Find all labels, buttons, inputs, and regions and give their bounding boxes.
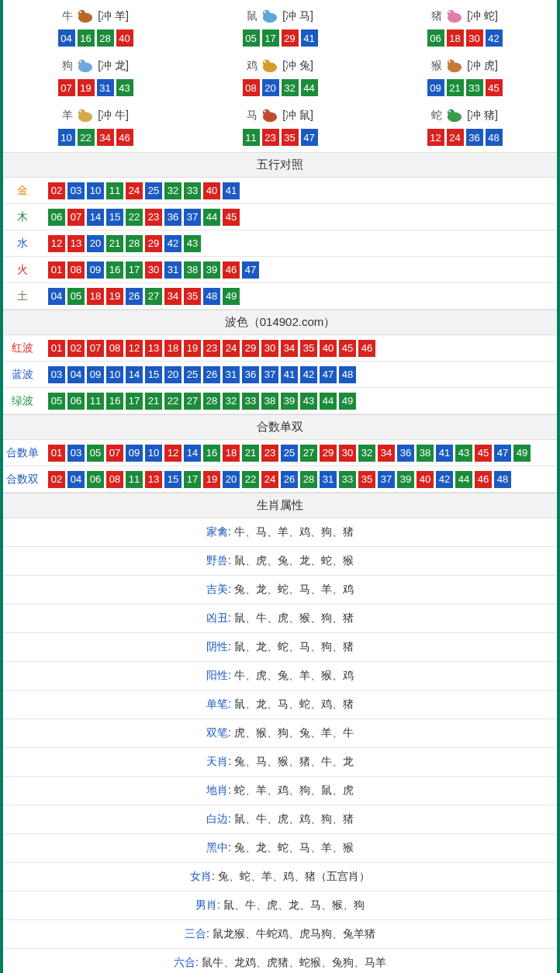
number-ball: 46 <box>116 129 133 146</box>
number-ball: 08 <box>106 471 123 488</box>
zodiac-clash: [冲 鼠] <box>282 109 313 123</box>
number-ball: 17 <box>262 29 279 47</box>
attribute-row: 三合: 鼠龙猴、牛蛇鸡、虎马狗、兔羊猪 <box>3 920 557 949</box>
attr-value: 兔、龙、蛇、马、羊、猴 <box>234 841 354 854</box>
number-ball: 21 <box>447 79 464 96</box>
number-ball: 35 <box>358 471 375 488</box>
svg-point-11 <box>80 61 81 62</box>
number-ball: 43 <box>184 235 201 252</box>
number-ball: 40 <box>203 182 220 199</box>
number-ball: 08 <box>106 340 123 357</box>
number-ball: 03 <box>67 445 85 462</box>
number-ball: 30 <box>466 29 483 47</box>
shengxiao-rows: 家禽: 牛、马、羊、鸡、狗、猪野兽: 鼠、虎、兔、龙、蛇、猴吉美: 兔、龙、蛇、… <box>3 518 557 973</box>
attr-key: 地肖 <box>206 784 228 796</box>
number-ball: 07 <box>87 340 104 357</box>
number-ball: 34 <box>378 445 395 462</box>
number-ball: 20 <box>164 366 181 383</box>
number-ball: 19 <box>184 340 201 357</box>
attribute-row: 白边: 鼠、牛、虎、鸡、狗、猪 <box>3 805 557 834</box>
attr-value: 蛇、羊、鸡、狗、鼠、虎 <box>234 784 354 796</box>
zodiac-icon <box>259 8 281 25</box>
number-ball: 45 <box>486 79 503 96</box>
svg-point-25 <box>448 109 455 116</box>
number-ball: 44 <box>455 471 472 488</box>
row-nums: 0108091617303138394647 <box>42 258 265 282</box>
zodiac-name: 狗 <box>62 59 73 73</box>
attr-key: 阳性 <box>206 669 228 681</box>
number-ball: 33 <box>184 182 201 199</box>
number-ball: 31 <box>320 471 337 488</box>
attr-key: 男肖 <box>195 899 217 911</box>
row-nums: 06071415222336374445 <box>42 205 246 230</box>
zodiac-cell: 猪[冲 蛇]06183042 <box>372 3 557 53</box>
zodiac-name: 马 <box>247 109 258 123</box>
attr-sep: : <box>206 927 213 940</box>
number-ball: 36 <box>242 366 259 383</box>
row-nums: 0204060811131517192022242628313335373940… <box>42 467 517 492</box>
heshu-rows: 合数单0103050709101214161821232527293032343… <box>3 440 557 493</box>
svg-point-5 <box>264 11 266 12</box>
number-ball: 15 <box>164 471 181 488</box>
zodiac-title: 鼠[冲 马] <box>188 8 372 25</box>
number-ball: 07 <box>67 209 85 226</box>
number-ball: 19 <box>106 288 123 305</box>
data-row: 合数双0204060811131517192022242628313335373… <box>3 466 557 493</box>
number-ball: 23 <box>262 129 279 146</box>
zodiac-clash: [冲 蛇] <box>467 9 498 23</box>
number-ball: 38 <box>417 445 434 462</box>
number-ball: 09 <box>126 445 143 462</box>
number-ball: 36 <box>397 445 414 462</box>
attr-key: 天肖 <box>206 755 228 767</box>
zodiac-title: 鸡[冲 兔] <box>188 57 372 74</box>
number-ball: 28 <box>300 471 317 488</box>
number-ball: 16 <box>203 445 220 462</box>
number-ball: 23 <box>261 445 278 462</box>
number-ball: 12 <box>427 129 444 146</box>
number-ball: 38 <box>184 261 201 279</box>
section-header-shengxiao: 生肖属性 <box>3 493 557 518</box>
zodiac-name: 牛 <box>62 9 73 23</box>
number-ball: 22 <box>242 471 259 488</box>
attribute-row: 六合: 鼠牛、龙鸡、虎猪、蛇猴、兔狗、马羊 <box>3 949 557 973</box>
row-nums: 05061116172122272832333839434449 <box>42 389 362 414</box>
number-ball: 45 <box>223 209 240 226</box>
number-ball: 24 <box>261 471 278 488</box>
number-ball: 11 <box>106 182 123 199</box>
number-ball: 22 <box>78 129 95 146</box>
attr-key: 野兽 <box>206 554 228 566</box>
data-row: 红波0102070812131819232429303435404546 <box>3 335 557 362</box>
svg-point-16 <box>448 60 455 67</box>
attribute-row: 地肖: 蛇、羊、鸡、狗、鼠、虎 <box>3 777 557 805</box>
number-ball: 20 <box>223 471 240 488</box>
number-ball: 39 <box>203 261 220 279</box>
number-ball: 21 <box>145 393 162 410</box>
number-ball: 31 <box>97 79 114 96</box>
number-ball: 14 <box>87 209 104 226</box>
number-ball: 18 <box>447 29 464 47</box>
number-ball: 16 <box>106 393 123 410</box>
data-row: 水1213202128294243 <box>3 230 557 257</box>
attr-sep: : <box>228 755 234 767</box>
attribute-row: 天肖: 兔、马、猴、猪、牛、龙 <box>3 748 557 777</box>
svg-point-20 <box>80 110 81 112</box>
attr-sep: : <box>212 870 218 882</box>
number-ball: 07 <box>58 79 75 96</box>
number-ball: 05 <box>48 393 65 410</box>
number-ball: 28 <box>203 393 220 410</box>
number-ball: 02 <box>48 471 65 488</box>
row-label: 水 <box>3 237 42 251</box>
number-ball: 22 <box>164 393 181 410</box>
row-label: 合数单 <box>3 446 42 460</box>
number-ball: 30 <box>145 261 162 279</box>
section-header-bose: 波色（014902.com） <box>3 310 557 335</box>
zodiac-cell: 鸡[冲 兔]08203244 <box>188 53 372 102</box>
attr-key: 双笔 <box>206 726 228 739</box>
number-ball: 04 <box>67 471 85 488</box>
number-ball: 45 <box>475 445 492 462</box>
wuxing-rows: 金02031011242532334041木060714152223363744… <box>3 178 557 310</box>
attr-sep: : <box>228 841 234 854</box>
number-ball: 27 <box>184 393 201 410</box>
number-ball: 05 <box>87 445 104 462</box>
attribute-row: 野兽: 鼠、虎、兔、龙、蛇、猴 <box>3 547 557 576</box>
